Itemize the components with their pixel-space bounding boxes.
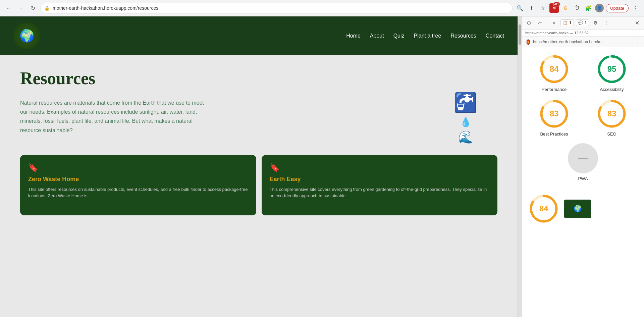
metrics-grid: 84 Performance 95 Accessibility [529,54,637,137]
bottom-metric: 84 [529,194,559,224]
site-logo: 🌍 [13,22,40,49]
grammarly-button[interactable]: G [561,3,570,13]
metric-value-performance: 84 [550,64,559,74]
update-button[interactable]: Update [606,4,629,12]
metric-label-seo: SEO [607,131,616,137]
pwa-symbol: — [578,153,588,164]
panel-more-icon[interactable]: ⋮ [602,18,610,27]
metric-value-seo: 83 [607,109,616,118]
panel-cursor-icon[interactable]: ⬡ [525,18,533,27]
metric-best-practices: 83 Best Practices [529,99,580,137]
thumb-globe: 🌍 [574,205,582,213]
avatar[interactable]: 👤 [595,4,604,12]
metric-label-best-practices: Best Practices [540,131,568,137]
card-bookmark-icon-2: 🔖 [270,163,490,172]
faucet-icon: 🚰 [454,92,477,114]
metric-accessibility: 95 Accessibility [586,54,637,92]
address-wrapper: 🔒 [40,3,513,13]
extensions-button[interactable]: 🧩 [584,3,593,13]
panel-toolbar-divider [547,19,547,26]
reload-button[interactable]: ↻ [28,3,38,13]
metric-circle-accessibility: 95 [597,54,627,84]
browser-toolbar: ← → ↻ 🔒 🔍 ⬆ ☆ M 421 G ⏱ 🧩 👤 Update ⋮ [0,0,644,16]
page-title: Resources [20,68,497,88]
metric-seo: 83 SEO [586,99,637,137]
menu-button[interactable]: ⋮ [631,3,640,13]
gmail-icon[interactable]: M 421 [549,3,559,13]
card-title-2: Earth Easy [270,176,490,183]
pwa-circle: — [568,143,598,173]
toolbar-icons: 🔍 ⬆ ☆ M 421 G ⏱ 🧩 👤 Update ⋮ [515,3,640,13]
share-button[interactable]: ⬆ [527,3,536,13]
panel-scrollable[interactable]: 84 Performance 95 Accessibility [522,47,644,317]
lock-icon: 🔒 [44,6,50,11]
metric-circle-seo: 83 [597,99,627,129]
pwa-label: PWA [578,176,588,181]
nav-resources[interactable]: Resources [450,33,476,39]
drop-icon: 💧 [460,116,472,127]
nav-quiz[interactable]: Quiz [393,33,405,39]
splash-icon: 🌊 [458,130,473,144]
thumbnail-preview: 🌍 [564,200,591,218]
panel-close-button[interactable]: ✕ [633,18,641,27]
metric-performance: 84 Performance [529,54,580,92]
address-bar[interactable] [40,3,513,13]
panel-badge-2: 💬 1 [576,19,589,26]
search-button[interactable]: 🔍 [515,3,525,13]
lighthouse-icon: 🏮 [525,39,531,45]
metric-circle-best-practices: 83 [539,99,569,129]
timer-button[interactable]: ⏱ [572,3,582,13]
card-title-1: Zero Waste Home [28,176,248,183]
panel-badge-icon-2: 💬 [578,20,583,25]
panel-badge-icon-1: 📋 [563,20,568,25]
panel-expand-icon[interactable]: » [550,18,558,27]
forward-button[interactable]: → [16,3,25,13]
panel-url-bar: 🏮 https://mother-earth-hackathon.heroku.… [522,37,644,47]
content-area: 🌍 Home About Quiz Plant a tree Resources… [0,16,644,317]
panel-divider-horizontal [529,188,637,188]
metric-value-accessibility: 95 [607,64,616,74]
metric-label-performance: Performance [542,87,567,92]
metric-circle-performance: 84 [539,54,569,84]
card-bookmark-icon-1: 🔖 [28,163,248,172]
bottom-metric-value: 84 [539,204,548,213]
scrollbar[interactable] [518,16,522,317]
metric-value-best-practices: 83 [550,109,559,118]
website-frame: 🌍 Home About Quiz Plant a tree Resources… [0,16,518,317]
panel-url-text: https://mother-earth-hackathon.heroku... [533,40,633,44]
cards-row: 🔖 Zero Waste Home This site offers resou… [20,155,497,215]
browser-chrome: ← → ↻ 🔒 🔍 ⬆ ☆ M 421 G ⏱ 🧩 👤 Update ⋮ [0,0,644,16]
panel-mobile-icon[interactable]: ▱ [535,18,544,27]
card-zero-waste: 🔖 Zero Waste Home This site offers resou… [20,155,256,215]
bottom-metric-circle: 84 [529,194,559,224]
nav-contact[interactable]: Contact [486,33,504,39]
lighthouse-panel: ⬡ ▱ » 📋 1 💬 1 ⚙ ⋮ ✕ https://mother-earth… [522,16,644,317]
nav-about[interactable]: About [370,33,384,39]
card-text-2: This comprehensive site covers everythin… [270,186,490,199]
panel-settings-icon[interactable]: ⚙ [591,18,600,27]
panel-url-more-button[interactable]: ⋮ [635,39,641,45]
card-text-1: This site offers resources on sustainabl… [28,186,248,199]
gmail-badge: 421 [553,2,560,6]
nav-plant[interactable]: Plant a tree [414,33,441,39]
site-nav: 🌍 Home About Quiz Plant a tree Resources… [0,16,518,55]
panel-time: https://mother-earth-hacka — 12:53:52 [522,30,644,37]
resources-body: Natural resources are materials that com… [20,98,208,135]
panel-toolbar: ⬡ ▱ » 📋 1 💬 1 ⚙ ⋮ ✕ [522,16,644,30]
logo-globe: 🌍 [13,22,40,49]
panel-time-value: — [570,31,574,35]
card-earth-easy: 🔖 Earth Easy This comprehensive site cov… [262,155,498,215]
water-image: 🚰 💧 🌊 [454,92,477,144]
bottom-section: 84 🌍 [529,194,637,224]
metric-label-accessibility: Accessibility [600,87,624,92]
site-nav-links: Home About Quiz Plant a tree Resources C… [346,33,504,39]
back-button[interactable]: ← [4,3,13,13]
bookmark-button[interactable]: ☆ [538,3,547,13]
panel-badge-1: 📋 1 [560,19,574,26]
content-with-image: Natural resources are materials that com… [20,98,497,145]
nav-home[interactable]: Home [346,33,361,39]
site-content: Resources Natural resources are material… [0,55,518,317]
pwa-item: — PWA [529,143,637,181]
